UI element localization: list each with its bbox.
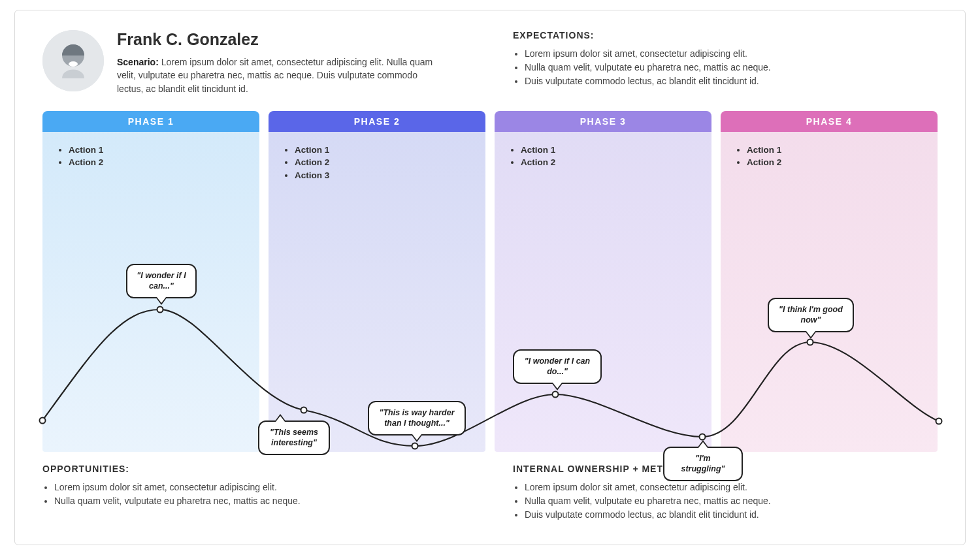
expectations-list: Lorem ipsum dolor sit amet, consectetur … <box>513 47 938 88</box>
phase-columns: PHASE 1 Action 1 Action 2 PHASE 2 Action… <box>42 111 938 452</box>
list-item: Nulla quam velit, vulputate eu pharetra … <box>525 494 938 508</box>
phase-column-2: PHASE 2 Action 1 Action 2 Action 3 <box>269 111 485 452</box>
phase-column-3: PHASE 3 Action 1 Action 2 <box>495 111 711 452</box>
list-item: Action 1 <box>69 144 245 157</box>
list-item: Lorem ipsum dolor sit amet, consectetur … <box>54 481 467 494</box>
expectations-block: EXPECTATIONS: Lorem ipsum dolor sit amet… <box>513 30 938 95</box>
list-item: Action 2 <box>295 156 471 169</box>
phase-header: PHASE 3 <box>495 111 711 132</box>
phase-header: PHASE 4 <box>721 111 938 132</box>
svg-point-2 <box>69 61 78 67</box>
ownership-title: INTERNAL OWNERSHIP + METRICS: <box>513 464 938 474</box>
expectations-title: EXPECTATIONS: <box>513 30 938 40</box>
phase-header: PHASE 1 <box>42 111 259 132</box>
header-row: Frank C. Gonzalez Scenario: Lorem ipsum … <box>42 30 938 95</box>
footer-row: OPPORTUNITIES: Lorem ipsum dolor sit ame… <box>42 464 938 522</box>
list-item: Action 2 <box>747 156 923 169</box>
persona-name: Frank C. Gonzalez <box>117 30 444 49</box>
opportunities-block: OPPORTUNITIES: Lorem ipsum dolor sit ame… <box>42 464 467 522</box>
list-item: Duis vulputate commodo lectus, ac blandi… <box>525 74 938 88</box>
action-list: Action 1 Action 2 <box>735 144 923 169</box>
list-item: Lorem ipsum dolor sit amet, consectetur … <box>525 47 938 61</box>
action-list: Action 1 Action 2 <box>57 144 245 169</box>
list-item: Action 2 <box>521 156 697 169</box>
list-item: Action 2 <box>69 156 245 169</box>
list-item: Action 3 <box>295 169 471 182</box>
avatar-icon <box>42 30 104 91</box>
ownership-block: INTERNAL OWNERSHIP + METRICS: Lorem ipsu… <box>513 464 938 522</box>
phase-header: PHASE 2 <box>269 111 485 132</box>
list-item: Action 1 <box>295 144 471 157</box>
list-item: Nulla quam velit, vulputate eu pharetra … <box>54 494 467 508</box>
list-item: Lorem ipsum dolor sit amet, consectetur … <box>525 481 938 494</box>
ownership-list: Lorem ipsum dolor sit amet, consectetur … <box>513 481 938 522</box>
phase-column-4: PHASE 4 Action 1 Action 2 <box>721 111 938 452</box>
scenario-label: Scenario: <box>117 57 159 67</box>
list-item: Action 1 <box>521 144 697 157</box>
opportunities-title: OPPORTUNITIES: <box>42 464 467 474</box>
action-list: Action 1 Action 2 Action 3 <box>283 144 471 182</box>
scenario-body: Lorem ipsum dolor sit amet, consectetur … <box>117 57 433 94</box>
opportunities-list: Lorem ipsum dolor sit amet, consectetur … <box>42 481 467 508</box>
phase-column-1: PHASE 1 Action 1 Action 2 <box>42 111 259 452</box>
journey-map-frame: Frank C. Gonzalez Scenario: Lorem ipsum … <box>14 10 966 545</box>
list-item: Action 1 <box>747 144 923 157</box>
persona-block: Frank C. Gonzalez Scenario: Lorem ipsum … <box>42 30 467 95</box>
list-item: Nulla quam velit, vulputate eu pharetra … <box>525 61 938 74</box>
scenario-text: Scenario: Lorem ipsum dolor sit amet, co… <box>117 56 444 95</box>
list-item: Duis vulputate commodo lectus, ac blandi… <box>525 508 938 522</box>
action-list: Action 1 Action 2 <box>509 144 697 169</box>
